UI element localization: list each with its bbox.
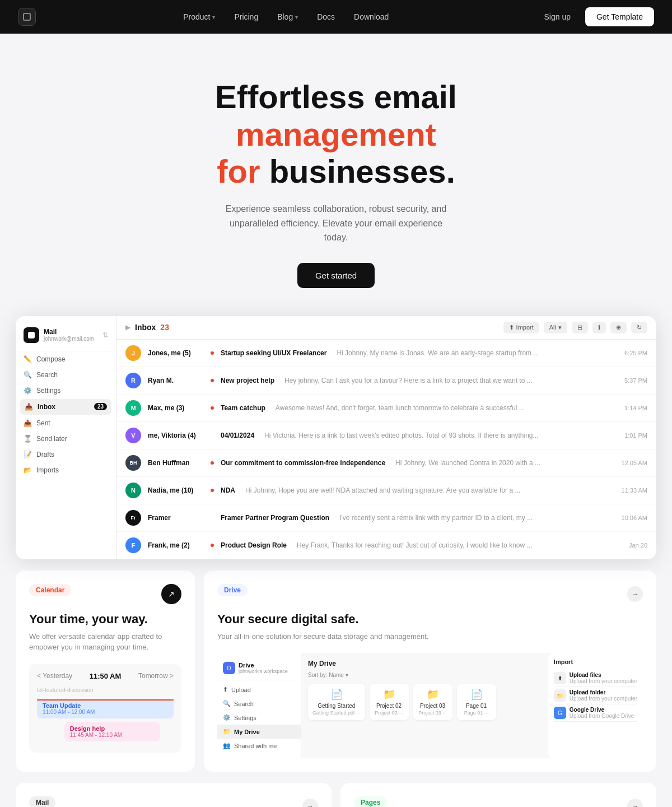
drafts-icon: 📝 — [24, 451, 32, 458]
settings-icon: ⚙️ — [24, 387, 32, 395]
sent-icon: 📤 — [24, 419, 32, 427]
mail-nav-settings[interactable]: ⚙️ Settings — [16, 383, 116, 398]
unread-dot — [211, 379, 214, 382]
mail-main: ▶ Inbox 23 ⬆ Import All ▾ ⊟ ℹ — [116, 316, 656, 559]
search-icon: 🔍 — [223, 700, 231, 707]
chevron-down-icon: ▾ — [212, 14, 215, 20]
drive-app-preview: D Drive johnwork's workspace ⬆ Upload 🔍 … — [217, 653, 643, 758]
more-button[interactable]: ⊕ — [610, 322, 627, 333]
table-row[interactable]: J Jones, me (5) Startup seeking UI/UX Fr… — [116, 340, 656, 367]
drive-nav-my-drive[interactable]: 📁 My Drive — [217, 725, 301, 739]
read-dot — [211, 434, 214, 437]
calendar-preview: < Yesterday 11:50 AM Tomorrow > let-feat… — [29, 664, 181, 753]
mail-nav-sent[interactable]: 📤 Sent — [16, 415, 116, 431]
mail-arrow-button[interactable]: → — [302, 799, 318, 807]
send-later-icon: ⏳ — [24, 435, 32, 443]
drive-description: Your all-in-one solution for secure data… — [217, 631, 643, 642]
mail-nav-search[interactable]: 🔍 Search — [16, 367, 116, 383]
inbox-icon: 📥 — [25, 403, 33, 411]
nav-blog[interactable]: Blog ▾ — [269, 9, 306, 25]
list-item[interactable]: G Google Drive Upload from Google Drive — [554, 704, 637, 722]
drive-nav-search[interactable]: 🔍 Search — [217, 697, 301, 711]
mail-nav-imports[interactable]: 📂 Imports — [16, 462, 116, 478]
drive-feature-card: Drive → Your secure digital safe. Your a… — [204, 571, 656, 772]
calendar-description: We offer versatile calendar app crafted … — [29, 631, 181, 653]
drive-arrow-button[interactable]: → — [627, 586, 643, 602]
shared-icon: 👥 — [223, 742, 231, 749]
list-item[interactable]: 📁 Project 03 Project 03 ··· — [413, 684, 452, 720]
mail-nav-compose[interactable]: ✏️ Compose — [16, 351, 116, 367]
avatar: M — [125, 400, 141, 416]
cal-prev-button[interactable]: < Yesterday — [37, 672, 72, 680]
list-item[interactable]: 📄 Page 01 Page 01 ··· — [457, 684, 496, 720]
table-row[interactable]: N Nadia, me (10) NDA Hi Johnny, Hope you… — [116, 477, 656, 504]
pages-arrow-button[interactable]: → — [627, 799, 643, 807]
logo[interactable] — [18, 8, 36, 26]
nav-download[interactable]: Download — [346, 9, 396, 25]
table-row[interactable]: R Ryan M. New project help Hey johnny, C… — [116, 367, 656, 395]
get-started-button[interactable]: Get started — [297, 263, 375, 288]
list-item[interactable]: 📁 Project 02 Project 02 ··· — [370, 684, 409, 720]
inbox-badge: 23 — [94, 403, 107, 410]
upload-icon: ⬆ — [223, 686, 228, 693]
pages-feature-card: Pages → Your creativity empowered — [340, 783, 656, 807]
mail-nav-send-later[interactable]: ⏳ Send later — [16, 431, 116, 447]
avatar: J — [125, 345, 141, 361]
drive-sort-dropdown[interactable]: Sort by: Name ▾ — [308, 672, 542, 678]
drive-tag: Drive — [217, 584, 248, 596]
get-template-button[interactable]: Get Template — [585, 7, 654, 26]
table-row[interactable]: V me, Viktoria (4) 04/01/2024 Hi Victori… — [116, 422, 656, 449]
all-filter-button[interactable]: All ▾ — [544, 322, 567, 333]
mail-nav-drafts[interactable]: 📝 Drafts — [16, 447, 116, 462]
inbox-expand-icon: ▶ — [125, 323, 130, 331]
table-row[interactable]: F Frank, me (2) Product Design Role Hey … — [116, 532, 656, 559]
google-drive-icon: G — [554, 707, 566, 719]
list-item[interactable]: 📁 Upload folder Upload from your compute… — [554, 687, 637, 704]
mail-tag: Mail — [29, 796, 55, 807]
file-icon: 📄 — [312, 688, 361, 701]
drive-main: My Drive Sort by: Name ▾ 📄 Getting Start… — [301, 653, 548, 758]
list-item[interactable]: 📄 Getting Started Getting Started.pdf ··… — [308, 684, 365, 720]
nav-docs[interactable]: Docs — [309, 9, 343, 25]
drive-nav-settings[interactable]: ⚙️ Settings — [217, 711, 301, 725]
mail-app-preview: Mail johnwork@mail.com ⇅ ✏️ Compose 🔍 Se… — [16, 316, 656, 559]
mail-header-actions: ⬆ Import All ▾ ⊟ ℹ ⊕ ↻ — [503, 322, 647, 333]
signup-link[interactable]: Sign up — [536, 9, 578, 25]
table-row[interactable]: BH Ben Huffman Our commitment to commiss… — [116, 449, 656, 477]
info-button[interactable]: ℹ — [592, 322, 606, 333]
mail-nav-inbox[interactable]: 📥 Inbox 23 — [20, 399, 111, 415]
pages-tag: Pages — [354, 796, 387, 807]
cal-next-button[interactable]: Tomorrow > — [138, 672, 174, 680]
cal-current-time-line — [37, 699, 174, 701]
nav-product[interactable]: Product ▾ — [175, 9, 223, 25]
unread-dot — [211, 461, 214, 465]
table-row[interactable]: Fr Framer Framer Partner Program Questio… — [116, 504, 656, 532]
unread-dot — [211, 406, 214, 410]
drive-sidebar-header: D Drive johnwork's workspace — [217, 658, 301, 680]
file-icon: 📁 — [374, 688, 404, 701]
mail-logo — [24, 327, 39, 343]
list-item[interactable]: ⬆ Upload files Upload from your computer — [554, 670, 637, 687]
filter-icon: ⊟ — [577, 324, 582, 331]
calendar-feature-card: Calendar ↗ Your time, your way. We offer… — [16, 571, 195, 772]
calendar-tag: Calendar — [29, 584, 71, 596]
mail-sidebar-arrows[interactable]: ⇅ — [102, 331, 108, 339]
drive-nav-upload[interactable]: ⬆ Upload — [217, 683, 301, 697]
filter-button[interactable]: ⊟ — [572, 322, 588, 333]
unread-dot — [211, 544, 214, 547]
avatar: Fr — [125, 510, 141, 526]
refresh-button[interactable]: ↻ — [631, 322, 647, 333]
search-icon: 🔍 — [24, 371, 32, 379]
nav-right: Sign up Get Template — [536, 7, 655, 26]
calendar-arrow-button[interactable]: ↗ — [161, 584, 181, 604]
drive-import-panel: Import ⬆ Upload files Upload from your c… — [548, 653, 643, 758]
table-row[interactable]: M Max, me (3) Team catchup Awesome news!… — [116, 395, 656, 422]
upload-folder-icon: 📁 — [554, 689, 566, 702]
chevron-down-icon: ▾ — [558, 324, 562, 331]
nav-pricing[interactable]: Pricing — [226, 9, 266, 25]
navbar: Product ▾ Pricing Blog ▾ Docs Download S… — [0, 0, 672, 34]
drive-files-grid: 📄 Getting Started Getting Started.pdf ··… — [308, 684, 542, 720]
drive-nav-shared[interactable]: 👥 Shared with me — [217, 739, 301, 753]
import-icon: ⬆ — [509, 324, 514, 331]
import-button[interactable]: ⬆ Import — [503, 322, 539, 333]
